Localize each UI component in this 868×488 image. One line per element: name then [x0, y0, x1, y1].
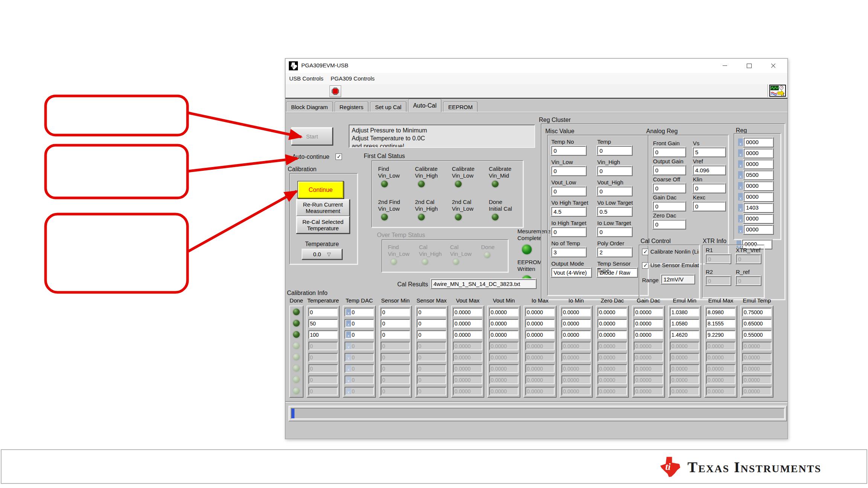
table-cell[interactable]: 0.0000 [453, 319, 482, 328]
numeric-field[interactable]: 0 [693, 202, 725, 211]
minimize-button[interactable] [714, 59, 736, 73]
table-cell[interactable]: x0 [345, 319, 374, 328]
table-cell[interactable]: 0 [308, 308, 338, 316]
numeric-field[interactable]: 0 [653, 202, 685, 211]
field-label: Io High Target [551, 220, 586, 227]
table-cell[interactable]: 1.0580 [670, 319, 699, 328]
table-cell[interactable]: 0.0000 [525, 319, 555, 328]
range-field[interactable]: 12mV/V [661, 275, 694, 284]
table-cell[interactable]: 0.0000 [598, 319, 627, 328]
numeric-field[interactable]: 0 [551, 146, 586, 155]
calibrate-nonlin-checkbox[interactable] [642, 249, 648, 255]
numeric-field[interactable]: Diode / Raw [597, 268, 637, 277]
numeric-field[interactable]: 0 [736, 276, 761, 285]
table-cell[interactable]: 8.0980 [706, 308, 735, 316]
menu-usb-controls[interactable]: USB Controls [289, 75, 323, 82]
table-cell[interactable]: 0.0000 [634, 319, 663, 328]
rerun-measurement-button[interactable]: Re-Run Current Measurement [296, 199, 350, 216]
hex-field[interactable]: 0000 [744, 160, 773, 169]
numeric-field[interactable]: 0 [653, 220, 685, 229]
numeric-field[interactable]: 0 [551, 227, 586, 236]
svg-text:ti: ti [291, 64, 294, 68]
table-cell[interactable]: 0.0000 [453, 330, 482, 339]
numeric-field[interactable]: 2 [597, 248, 632, 257]
table-cell[interactable]: 0 [381, 319, 410, 328]
hex-field[interactable]: 1403 [744, 203, 773, 212]
numeric-field[interactable]: 0 [597, 187, 632, 196]
hex-field[interactable]: 0000 [744, 149, 773, 158]
hex-field[interactable]: 0500 [744, 170, 773, 179]
table-cell[interactable]: 0.0000 [489, 319, 519, 328]
abort-button[interactable] [330, 85, 341, 97]
numeric-field[interactable]: 0 [551, 187, 586, 196]
recal-temperature-button[interactable]: Re-Cal Selected Temperature [296, 216, 350, 234]
table-cell[interactable]: 0.0000 [525, 308, 555, 316]
status-label: Find [388, 244, 419, 251]
table-cell[interactable]: 9.2290 [706, 330, 735, 339]
cell-value: 0 [418, 332, 421, 338]
table-cell[interactable]: 0 [417, 308, 446, 316]
minimize-icon [723, 65, 727, 66]
menu-pga309-controls[interactable]: PGA309 Controls [331, 75, 375, 82]
numeric-field[interactable]: 0.5 [597, 207, 632, 216]
numeric-field[interactable]: 0 [653, 147, 685, 157]
table-cell[interactable]: 1.4620 [670, 330, 699, 339]
table-cell[interactable]: 0.0000 [634, 308, 663, 316]
table-cell[interactable]: 0.0000 [598, 308, 627, 316]
cal-status-item: FindVin_Low [378, 166, 415, 199]
table-cell[interactable]: 0 [381, 330, 410, 339]
table-cell[interactable]: 0.75000 [742, 308, 772, 316]
hex-field[interactable]: 0000 [744, 138, 773, 147]
table-cell[interactable]: 0.0000 [453, 308, 482, 316]
numeric-field[interactable]: 0 [653, 166, 685, 175]
table-cell[interactable]: 0.0000 [561, 308, 591, 316]
close-button[interactable] [762, 59, 784, 73]
numeric-field[interactable]: 4.096 [693, 166, 725, 175]
table-cell[interactable]: 0 [417, 330, 446, 339]
labeled-field: Gain Dac0 [652, 194, 688, 212]
cal-results-field[interactable]: 4wire_MN_1_SN_14_DC_3823.txt [431, 279, 536, 288]
numeric-field[interactable]: 0 [551, 166, 586, 175]
numeric-field[interactable]: 0 [736, 254, 761, 263]
hex-field[interactable]: 0000 [744, 181, 773, 190]
table-cell[interactable]: 0.0000 [561, 319, 591, 328]
numeric-field[interactable]: 0 [706, 276, 731, 285]
numeric-field[interactable]: 5 [693, 147, 725, 157]
numeric-field[interactable]: 0 [597, 227, 632, 236]
auto-continue-checkbox[interactable] [336, 154, 342, 160]
table-cell[interactable]: 0.0000 [634, 330, 663, 339]
table-cell[interactable]: x0 [345, 308, 374, 316]
continue-button[interactable]: Continue [297, 181, 344, 199]
temperature-label: Temperature [305, 241, 339, 248]
numeric-field[interactable]: 3 [551, 248, 586, 257]
numeric-field[interactable]: 0 [597, 146, 632, 155]
table-cell[interactable]: 100 [308, 330, 338, 339]
hex-field[interactable]: 0000 [744, 225, 773, 234]
numeric-field[interactable]: 0 [693, 184, 725, 193]
numeric-field[interactable]: 4.5 [551, 207, 586, 216]
table-cell[interactable]: 0.65000 [742, 319, 772, 328]
hex-field[interactable]: 0000 [744, 214, 773, 223]
numeric-field[interactable]: 0 [597, 166, 632, 175]
table-cell[interactable]: 0.0000 [489, 330, 519, 339]
hex-field[interactable]: 0000 [744, 192, 773, 201]
table-cell[interactable]: 0.0000 [598, 330, 627, 339]
numeric-field[interactable]: Vout (4-Wire) [551, 268, 591, 277]
table-cell[interactable]: 0 [381, 308, 410, 316]
table-cell[interactable]: 0 [417, 319, 446, 328]
use-sensor-emulator-checkbox[interactable] [642, 262, 648, 269]
table-cell[interactable]: 0.0000 [489, 308, 519, 316]
table-cell[interactable]: 50 [308, 319, 338, 328]
numeric-field[interactable]: 0 [653, 184, 685, 193]
table-cell[interactable]: x0 [345, 330, 374, 339]
table-cell[interactable]: 0.0000 [525, 330, 555, 339]
tab-auto-cal[interactable]: Auto-Cal [408, 99, 441, 112]
table-cell[interactable]: 8.1555 [706, 319, 735, 328]
temperature-dropdown[interactable]: 0.0 ▽ [302, 249, 342, 260]
maximize-button[interactable] [738, 59, 760, 73]
table-cell[interactable]: 0.55000 [742, 330, 772, 339]
table-cell[interactable]: 1.0380 [670, 308, 699, 316]
start-button[interactable]: Start [291, 127, 333, 145]
table-cell[interactable]: 0.0000 [561, 330, 591, 339]
numeric-field[interactable]: 0 [706, 254, 731, 263]
